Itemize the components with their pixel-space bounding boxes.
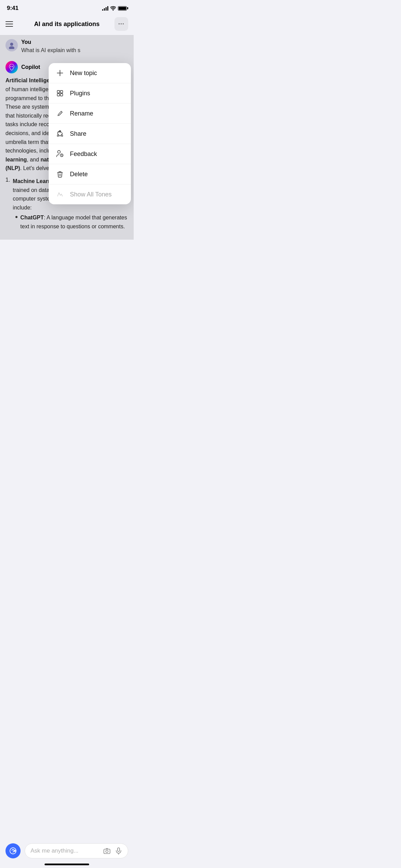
svg-rect-6 <box>57 91 60 93</box>
plugins-icon <box>56 89 64 98</box>
svg-point-14 <box>58 150 60 153</box>
feedback-icon <box>56 149 64 158</box>
svg-rect-12 <box>61 135 63 136</box>
svg-rect-9 <box>60 94 63 96</box>
menu-item-share[interactable]: Share <box>49 124 131 144</box>
menu-item-delete[interactable]: Delete <box>49 164 131 184</box>
more-dots-icon: ··· <box>118 21 124 28</box>
menu-label-share: Share <box>70 130 86 137</box>
menu-item-rename[interactable]: Rename <box>49 104 131 124</box>
more-options-button[interactable]: ··· <box>114 17 128 31</box>
status-bar: 9:41 <box>0 0 134 14</box>
hamburger-line-2 <box>5 24 13 24</box>
hamburger-line-3 <box>5 26 13 27</box>
status-icons <box>102 6 127 11</box>
svg-rect-7 <box>60 91 63 93</box>
menu-label-new-topic: New topic <box>70 70 97 77</box>
dropdown-menu: New topic Plugins Rename <box>49 63 131 204</box>
svg-rect-8 <box>57 94 60 96</box>
hamburger-line-1 <box>5 21 13 22</box>
menu-item-new-topic[interactable]: New topic <box>49 63 131 83</box>
menu-item-plugins[interactable]: Plugins <box>49 83 131 104</box>
menu-label-delete: Delete <box>70 171 88 178</box>
plus-icon <box>56 69 64 77</box>
battery-icon <box>118 6 127 11</box>
header: AI and its applications ··· <box>0 14 134 35</box>
menu-label-show-all-tones: Show All Tones <box>70 191 112 198</box>
status-time: 9:41 <box>7 5 19 12</box>
signal-icon <box>102 6 108 11</box>
tones-icon <box>56 190 64 199</box>
chat-area: You What is AI explain with s Copilot Ar… <box>0 35 134 240</box>
trash-icon <box>56 170 64 179</box>
menu-label-rename: Rename <box>70 110 93 117</box>
wifi-icon <box>110 6 116 11</box>
share-icon <box>56 129 64 138</box>
header-title: AI and its applications <box>34 21 99 28</box>
menu-label-feedback: Feedback <box>70 150 97 158</box>
svg-rect-11 <box>57 135 59 136</box>
hamburger-button[interactable] <box>5 17 19 31</box>
menu-item-show-all-tones[interactable]: Show All Tones <box>49 184 131 204</box>
menu-item-feedback[interactable]: Feedback <box>49 144 131 164</box>
rename-icon <box>56 109 64 118</box>
menu-label-plugins: Plugins <box>70 90 90 97</box>
